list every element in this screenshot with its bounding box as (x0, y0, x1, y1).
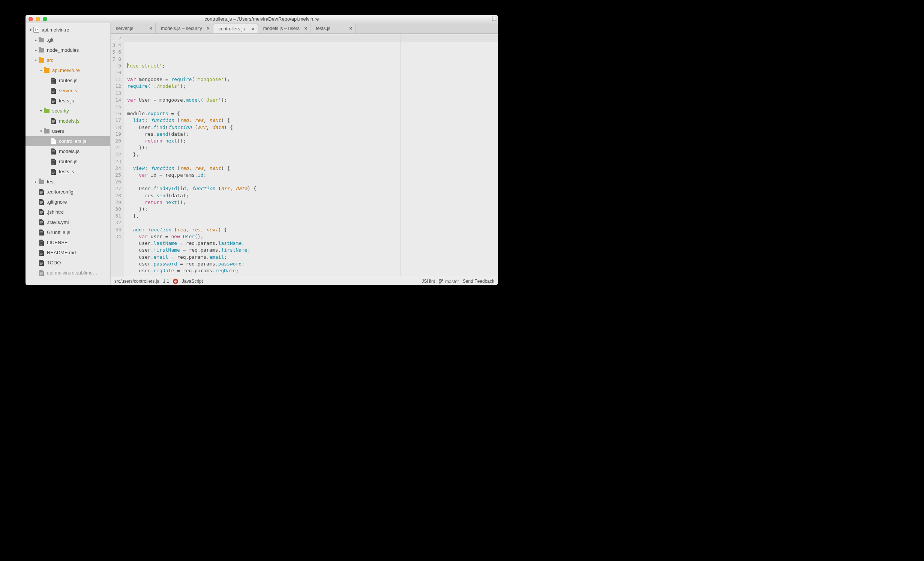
tree-item-label: .travis.yml (47, 219, 69, 225)
editor-tab[interactable]: tests.js× (310, 23, 356, 33)
tree-item-label: node_modules (47, 47, 79, 53)
code-editor[interactable]: 1 2 3 4 5 6 7 8 9 10 11 12 13 14 15 16 1… (111, 34, 498, 277)
tree-file[interactable]: ▸controllers.js (26, 136, 110, 146)
right-margin (400, 34, 498, 277)
repo-icon (33, 27, 39, 33)
fullscreen-icon[interactable] (492, 16, 496, 21)
tree-file[interactable]: ▸.editorconfig (26, 187, 110, 197)
tree-folder[interactable]: ▾src (26, 55, 110, 65)
tree-folder[interactable]: ▾users (26, 126, 110, 136)
minimize-icon[interactable] (36, 17, 40, 21)
tree-item-label: models.js (59, 118, 80, 124)
tree-folder[interactable]: ▾api.melvin.re (26, 65, 110, 75)
tree-item-label: api.melvin.re (42, 27, 69, 33)
svg-point-1 (439, 282, 440, 283)
file-icon (38, 199, 44, 205)
tree-item-label: test (47, 179, 55, 184)
file-icon (38, 250, 44, 256)
svg-point-0 (439, 279, 440, 280)
editor-tab[interactable]: models.js – security× (156, 23, 213, 33)
tab-close-icon[interactable]: × (252, 26, 255, 32)
chevron-down-icon[interactable]: ▾ (33, 58, 38, 62)
tree-file[interactable]: ▸models.js (26, 146, 110, 156)
send-feedback-link[interactable]: Send Feedback (463, 279, 494, 284)
tree-folder[interactable]: ▸test (26, 177, 110, 187)
file-icon (38, 240, 44, 246)
tree-item-label: .jshintrc (47, 209, 64, 215)
tab-close-icon[interactable]: × (207, 26, 210, 31)
editor-area: server.js×models.js – security×controlle… (111, 23, 498, 285)
code-content[interactable]: 'use strict'; var mongoose = require('mo… (124, 34, 498, 277)
tree-item-label: api.melvin.re.sublime… (47, 270, 98, 276)
tree-item-label: controllers.js (59, 138, 86, 144)
file-tree[interactable]: ▾api.melvin.re▸.git▸node_modules▾src▾api… (26, 23, 111, 285)
tab-close-icon[interactable]: × (304, 26, 307, 31)
tree-file[interactable]: ▸.jshintrc (26, 207, 110, 217)
tree-folder[interactable]: ▸node_modules (26, 45, 110, 55)
folder-icon (38, 47, 44, 53)
chevron-right-icon[interactable]: ▸ (33, 180, 38, 184)
editor-tab[interactable]: server.js× (111, 23, 156, 33)
file-icon (50, 88, 56, 94)
status-language[interactable]: JavaScript (182, 279, 203, 284)
titlebar: controllers.js – /Users/melvin/Dev/Repo/… (26, 15, 498, 23)
app-window: controllers.js – /Users/melvin/Dev/Repo/… (26, 15, 498, 285)
tree-item-label: api.melvin.re (52, 68, 80, 73)
status-linter[interactable]: JSHint (422, 279, 435, 284)
tree-item-label: models.js (59, 148, 80, 154)
tree-item-label: LICENSE (47, 240, 68, 245)
tree-item-label: .git (47, 37, 53, 43)
error-icon[interactable]: ⦸ (173, 279, 178, 284)
tree-file[interactable]: ▸.gitignore (26, 197, 110, 207)
git-branch-icon (439, 279, 443, 285)
tree-file[interactable]: ▸README.md (26, 248, 110, 258)
file-icon (38, 230, 44, 236)
editor-tab[interactable]: controllers.js× (213, 24, 258, 34)
folder-icon (44, 108, 50, 114)
tree-folder[interactable]: ▸.git (26, 35, 110, 45)
status-path: src/users/controllers.js (114, 279, 159, 284)
tree-file[interactable]: ▸server.js (26, 86, 110, 96)
chevron-right-icon[interactable]: ▸ (33, 48, 38, 52)
line-gutter: 1 2 3 4 5 6 7 8 9 10 11 12 13 14 15 16 1… (111, 34, 124, 277)
tab-close-icon[interactable]: × (349, 26, 352, 31)
window-title: controllers.js – /Users/melvin/Dev/Repo/… (26, 16, 498, 22)
tree-item-label: src (47, 57, 53, 63)
tree-file[interactable]: ▸models.js (26, 116, 110, 126)
tree-folder[interactable]: ▾security (26, 106, 110, 116)
file-icon (50, 118, 56, 124)
tree-file[interactable]: ▸api.melvin.re.sublime… (26, 268, 110, 278)
tree-item-label: security (52, 108, 69, 114)
tab-label: tests.js (316, 26, 330, 31)
tree-item-label: tests.js (59, 98, 74, 104)
file-icon (50, 78, 56, 84)
chevron-down-icon[interactable]: ▾ (38, 109, 44, 113)
tree-item-label: server.js (59, 88, 77, 93)
file-icon (50, 159, 56, 165)
tree-file[interactable]: ▸Gruntfile.js (26, 227, 110, 237)
tree-item-label: README.md (47, 250, 76, 255)
tree-file[interactable]: ▸routes.js (26, 75, 110, 86)
tree-file[interactable]: ▸tests.js (26, 96, 110, 106)
chevron-down-icon[interactable]: ▾ (38, 129, 44, 133)
tab-close-icon[interactable]: × (149, 26, 152, 31)
chevron-down-icon[interactable]: ▾ (28, 28, 33, 32)
status-branch[interactable]: master (439, 278, 459, 284)
tree-file[interactable]: ▸tests.js (26, 166, 110, 177)
tree-file[interactable]: ▸LICENSE (26, 237, 110, 248)
tree-file[interactable]: ▸routes.js (26, 156, 110, 166)
tree-file[interactable]: ▸.travis.yml (26, 217, 110, 227)
status-cursor-pos: 1,1 (163, 279, 169, 284)
zoom-icon[interactable] (43, 17, 47, 21)
tree-root[interactable]: ▾api.melvin.re (26, 25, 110, 35)
folder-icon (44, 68, 50, 74)
chevron-down-icon[interactable]: ▾ (38, 68, 44, 72)
chevron-right-icon[interactable]: ▸ (33, 38, 38, 42)
editor-tab[interactable]: models.js – users× (258, 23, 310, 33)
tab-label: server.js (116, 26, 134, 31)
tree-item-label: .editorconfig (47, 189, 74, 195)
close-icon[interactable] (28, 17, 33, 21)
tree-file[interactable]: ▸TODO (26, 258, 110, 268)
tree-item-label: users (52, 128, 64, 134)
tree-item-label: routes.js (59, 159, 77, 164)
